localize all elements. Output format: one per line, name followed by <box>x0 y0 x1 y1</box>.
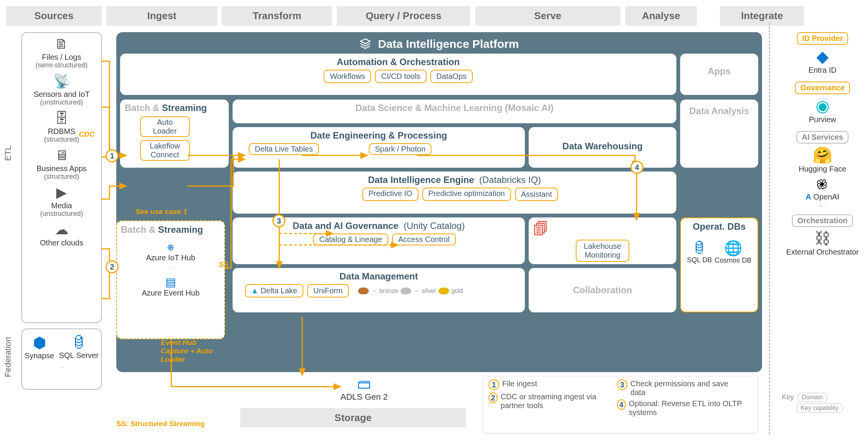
chip-dlt: Delta Live Tables <box>249 143 319 155</box>
adls-gen2: 🗃 ADLS Gen 2 <box>340 376 388 402</box>
media-icon: ▶ <box>25 185 98 201</box>
section-warehousing: Data Warehousing <box>529 127 676 168</box>
federation-panel: ⬢ Synapse 🛢 SQL Server … <box>21 328 102 390</box>
medallion-layers: → bronze → silver gold <box>358 284 463 297</box>
chip-spark-photon: Spark / Photon <box>369 143 432 155</box>
chip-delta-lake: ▲ Delta Lake <box>245 284 303 297</box>
orchestrator-icon: ⛓ <box>784 229 861 248</box>
chip-workflows: Workflows <box>324 70 371 83</box>
orchestration-label: Orchestration <box>792 214 853 227</box>
huggingface-icon: 🤗 <box>784 146 861 165</box>
database-icon: 🗄 <box>25 110 98 126</box>
col-query: Query / Process <box>337 6 471 26</box>
ss-annotation: SS <box>219 260 228 269</box>
source-bizapps: 🖥 Business Apps (structured) <box>25 147 98 181</box>
app-icon: 🖥 <box>25 147 98 163</box>
entra-id-icon: ◆ <box>784 47 861 66</box>
section-engineering: Date Engineering & Processing Delta Live… <box>233 127 525 168</box>
col-sources: Sources <box>6 6 102 26</box>
step-1-marker: 1 <box>106 149 119 162</box>
section-collaboration: Collaboration <box>529 268 676 312</box>
eventhub-annotation: Event Hub Capture + Auto Loader <box>161 338 222 364</box>
section-batch-streaming-1: Batch & Streaming Auto Loader Lakeflow C… <box>120 100 229 168</box>
chip-autoloader: Auto Loader <box>140 116 190 137</box>
silver-icon <box>401 288 411 294</box>
svg-marker-0 <box>360 39 370 44</box>
sources-panel: 🗎 Files / Logs (semi-structured) 📡 Senso… <box>21 32 102 323</box>
section-analysis: Data Analysis <box>680 100 758 168</box>
step-3-marker: 3 <box>272 214 285 227</box>
step-2-marker: 2 <box>106 260 119 273</box>
gold-icon <box>438 288 449 294</box>
iot-hub-icon: ⎈ <box>167 240 174 253</box>
fed-synapse: ⬢ Synapse <box>24 334 54 360</box>
source-files: 🗎 Files / Logs (semi-structured) <box>25 36 98 69</box>
col-integrate: Integrate <box>720 6 804 26</box>
event-hub-icon: ▤ <box>165 276 176 288</box>
chip-dataops: DataOps <box>430 70 473 83</box>
cosmos-db-icon: 🌐 <box>724 240 742 256</box>
sqlserver-icon: 🛢 <box>71 334 86 351</box>
opdb-cosmos: 🌐Cosmos DB <box>715 240 751 265</box>
storage-bar: Storage <box>240 408 466 427</box>
cloud-icon: ☁ <box>25 222 98 238</box>
cdc-annotation: CDC <box>79 130 94 139</box>
section-dsml: Data Science & Machine Learning (Mosaic … <box>233 100 676 123</box>
federation-label: Federation <box>3 337 13 377</box>
layers-icon <box>360 38 371 52</box>
column-headers: Sources Ingest Transform Query / Process… <box>6 6 862 26</box>
integrate-column: ID Provider ◆ Entra ID Governance ◉ Purv… <box>784 32 861 263</box>
file-icon: 🗎 <box>25 36 98 52</box>
section-intelligence-engine: Data Intelligence Engine (Databricks IQ)… <box>233 172 676 214</box>
chip-lakehouse-monitoring: Lakehouse Monitoring <box>576 240 629 262</box>
chip-assistant: Assistant <box>515 188 558 201</box>
report-icon: 🗐 <box>533 221 549 238</box>
section-lakehouse-monitoring: 🗐 Lakehouse Monitoring <box>529 217 676 264</box>
col-analyse: Analyse <box>625 6 697 26</box>
source-media: ▶ Media (unstructured) <box>25 185 98 218</box>
chip-uniform: UniForm <box>307 284 349 297</box>
step-4-marker: 4 <box>630 161 643 174</box>
governance-label: Governance <box>795 82 850 94</box>
source-iot: 📡 Sensors and IoT (unstructured) <box>25 73 98 106</box>
purview-icon: ◉ <box>784 96 861 115</box>
section-operational-dbs: Operat. DBs 🛢SQL DB 🌐Cosmos DB <box>680 217 758 312</box>
see-usecase-annotation: See use case 1 <box>135 207 187 216</box>
section-batch-streaming-2: Batch & Streaming ⎈ Azure IoT Hub … ▤ Az… <box>116 221 225 339</box>
fed-sqlserver: 🛢 SQL Server <box>59 334 99 360</box>
chip-predictive-io: Predictive IO <box>362 188 418 201</box>
key-legend-box: 1File ingest 2CDC or streaming ingest vi… <box>483 376 758 433</box>
integrate-divider <box>769 23 770 435</box>
chip-lakeflow: Lakeflow Connect <box>140 140 190 161</box>
adls-icon: 🗃 <box>340 376 388 392</box>
col-transform: Transform <box>222 6 332 26</box>
opdb-sql: 🛢SQL DB <box>687 240 712 265</box>
etl-label: ETL <box>3 145 13 161</box>
openai-icon: ֎ <box>784 176 861 193</box>
section-data-management: Data Management ▲ Delta Lake UniForm → b… <box>233 268 525 312</box>
platform-title: Data Intelligence Platform <box>120 38 758 52</box>
azure-event-hub: ▤ Azure Event Hub <box>121 275 220 297</box>
domain-key-legend: Key Domain Key capability <box>782 393 843 413</box>
section-automation: Automation & Orchestration Workflows CI/… <box>120 54 676 95</box>
chip-catalog-lineage: Catalog & Lineage <box>313 234 388 245</box>
ss-definition: SS: Structured Streaming <box>116 420 205 428</box>
azure-iot-hub: ⎈ Azure IoT Hub <box>121 240 220 262</box>
section-apps: Apps <box>680 54 758 95</box>
sql-db-icon: 🛢 <box>692 240 707 256</box>
chip-predictive-opt: Predictive optimization <box>422 188 511 201</box>
col-serve: Serve <box>475 6 620 26</box>
id-provider-label: ID Provider <box>797 32 848 45</box>
synapse-icon: ⬢ <box>33 334 46 351</box>
chip-cicd: CI/CD tools <box>375 70 426 83</box>
ai-services-label: AI Services <box>796 131 848 144</box>
col-ingest: Ingest <box>106 6 217 26</box>
bronze-icon <box>358 288 369 294</box>
iot-icon: 📡 <box>25 73 98 89</box>
source-clouds: ☁ Other clouds <box>25 222 98 247</box>
chip-access-control: Access Control <box>392 234 456 245</box>
delta-icon: ▲ <box>251 286 259 295</box>
